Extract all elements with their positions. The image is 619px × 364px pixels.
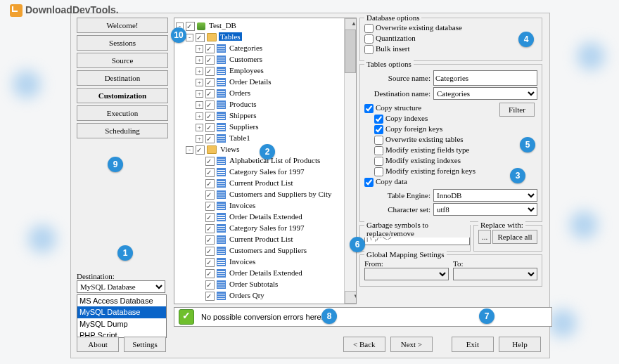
expand-icon[interactable]: + <box>196 135 203 143</box>
list-item[interactable]: MS Access Database <box>77 295 166 306</box>
nav-execution[interactable]: Execution <box>77 105 168 121</box>
scroll-thumb[interactable] <box>345 30 356 73</box>
table-engine-combo[interactable]: InnoDB <box>433 189 537 202</box>
nav-customization[interactable]: Customization <box>77 88 168 103</box>
checkbox[interactable] <box>205 258 215 267</box>
dest-name-combo[interactable]: Categories <box>433 87 537 100</box>
tree-node[interactable]: Category Sales for 1997 <box>176 166 355 177</box>
charset-combo[interactable]: utf8 <box>433 203 537 216</box>
expand-icon[interactable]: - <box>186 146 193 154</box>
destination-combo[interactable]: MySQL Database <box>77 280 165 293</box>
tree-node[interactable]: +Table1 <box>176 132 355 143</box>
tree-node[interactable]: +Employees <box>176 65 355 76</box>
checkbox[interactable] <box>205 44 215 53</box>
bulk-insert-check[interactable]: Bulk insert <box>364 44 537 54</box>
replace-more-button[interactable]: ... <box>478 230 491 244</box>
mapping-to-combo[interactable] <box>453 268 537 280</box>
checkbox[interactable] <box>205 89 215 98</box>
copy-fk-check[interactable]: Copy foreign keys <box>374 124 499 134</box>
overwrite-tables-check[interactable]: Overwrite existing tables <box>374 135 499 145</box>
tree-node[interactable]: Orders Qry <box>176 290 355 301</box>
tree-node[interactable]: +Shippers <box>176 110 355 121</box>
checkbox[interactable] <box>205 67 215 76</box>
expand-icon[interactable]: + <box>196 112 203 120</box>
object-tree[interactable]: -Test_DB-Tables+Categories+Customers+Emp… <box>174 18 357 304</box>
scroll-down-icon[interactable]: ▼ <box>345 291 357 304</box>
expand-icon[interactable]: + <box>196 67 203 75</box>
checkbox[interactable] <box>205 269 215 278</box>
checkbox[interactable] <box>205 235 215 245</box>
checkbox[interactable] <box>205 157 215 166</box>
checkbox[interactable] <box>205 292 215 301</box>
nav-welcome[interactable]: Welcome! <box>77 18 168 33</box>
nav-destination[interactable]: Destination <box>77 70 168 86</box>
replace-all-button[interactable]: Replace all <box>492 230 537 244</box>
tree-node[interactable]: Current Product List <box>176 177 355 188</box>
modify-indexes-check[interactable]: Modify existing indexes <box>374 156 499 166</box>
checkbox[interactable] <box>186 22 195 31</box>
checkbox[interactable] <box>205 224 215 233</box>
tree-node[interactable]: Order Subtotals <box>176 278 355 290</box>
checkbox[interactable] <box>205 190 215 200</box>
tree-scrollbar[interactable]: ▲ ▼ <box>344 18 356 304</box>
tree-node[interactable]: +Customers <box>176 53 355 65</box>
nav-source[interactable]: Source <box>77 53 168 68</box>
filter-button[interactable]: Filter <box>499 103 535 117</box>
copy-structure-check[interactable]: Copy structure <box>364 103 499 113</box>
tree-node[interactable]: Customers and Suppliers <box>176 245 355 256</box>
checkbox[interactable] <box>205 78 215 87</box>
checkbox[interactable] <box>205 100 215 110</box>
tree-node[interactable]: +Order Details <box>176 76 355 87</box>
expand-icon[interactable]: + <box>196 79 203 86</box>
list-item[interactable]: MySQL Database <box>77 306 166 318</box>
checkbox[interactable] <box>196 33 205 42</box>
tree-node[interactable]: Invoices <box>176 200 355 211</box>
list-item[interactable]: MySQL Dump <box>77 318 166 330</box>
checkbox[interactable] <box>205 280 215 290</box>
checkbox[interactable] <box>196 145 205 155</box>
tree-node[interactable]: Customers and Suppliers by City <box>176 188 355 200</box>
tree-node[interactable]: +Orders <box>176 87 355 98</box>
tree-node[interactable]: Current Product List <box>176 233 355 245</box>
source-name-field[interactable] <box>433 70 537 86</box>
checkbox[interactable] <box>205 168 215 177</box>
expand-icon[interactable]: + <box>196 90 203 98</box>
quantization-check[interactable]: Quantization <box>364 34 537 44</box>
expand-icon[interactable]: + <box>196 45 203 53</box>
tree-node[interactable]: -Test_DB <box>176 20 355 31</box>
tree-node[interactable]: +Suppliers <box>176 121 355 132</box>
checkbox[interactable] <box>205 112 215 121</box>
exit-button[interactable]: Exit <box>452 337 494 352</box>
checkbox[interactable] <box>205 213 215 222</box>
destination-list[interactable]: MS Access Database MySQL Database MySQL … <box>77 294 167 338</box>
tree-node[interactable]: Category Sales for 1997 <box>176 222 355 233</box>
tree-node[interactable]: Order Details Extended <box>176 267 355 278</box>
tree-node[interactable]: +Products <box>176 98 355 110</box>
modify-fk-check[interactable]: Modify existing foreign keys <box>374 167 499 176</box>
back-button[interactable]: < Back <box>343 337 385 352</box>
expand-icon[interactable]: + <box>196 101 203 109</box>
checkbox[interactable] <box>205 56 215 65</box>
tree-node[interactable]: +Categories <box>176 42 355 53</box>
nav-sessions[interactable]: Sessions <box>77 35 168 51</box>
about-button[interactable]: About <box>77 337 119 352</box>
copy-data-check[interactable]: Copy data <box>364 177 499 187</box>
checkbox[interactable] <box>205 247 215 256</box>
checkbox[interactable] <box>205 202 215 211</box>
expand-icon[interactable]: - <box>186 34 193 41</box>
settings-button[interactable]: Settings <box>124 337 166 352</box>
copy-indexes-check[interactable]: Copy indexes <box>374 114 499 124</box>
expand-icon[interactable]: + <box>196 56 203 64</box>
mapping-from-combo[interactable] <box>364 268 449 280</box>
overwrite-db-check[interactable]: Overwrite existing database <box>364 23 537 33</box>
checkbox[interactable] <box>205 134 215 143</box>
checkbox[interactable] <box>205 179 215 188</box>
nav-scheduling[interactable]: Scheduling <box>77 123 168 138</box>
help-button[interactable]: Help <box>499 337 541 352</box>
tree-node[interactable]: -Tables <box>176 31 355 42</box>
expand-icon[interactable]: + <box>196 124 203 131</box>
next-button[interactable]: Next > <box>390 337 433 352</box>
modify-fields-check[interactable]: Modify existing fields type <box>374 145 499 155</box>
tree-node[interactable]: Order Details Extended <box>176 211 355 222</box>
tree-node[interactable]: Invoices <box>176 256 355 267</box>
